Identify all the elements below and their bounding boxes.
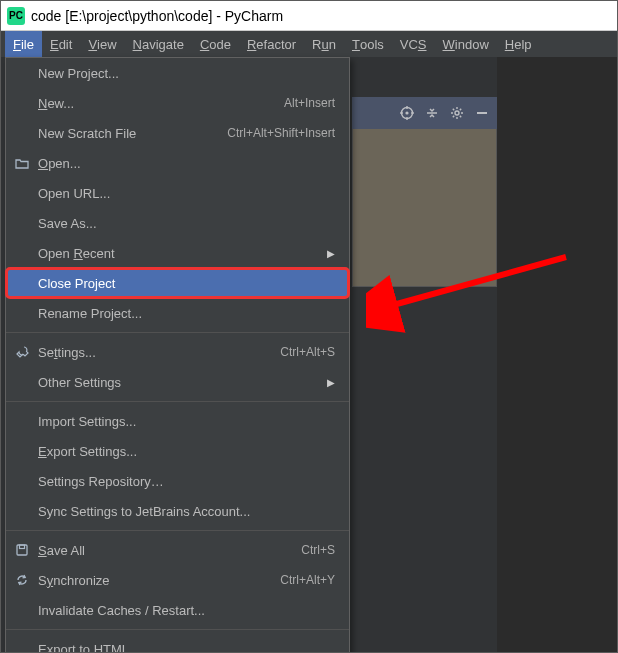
minimize-icon[interactable] xyxy=(475,106,489,120)
svg-rect-18 xyxy=(20,545,25,549)
content-area: New Project...New...Alt+InsertNew Scratc… xyxy=(1,57,617,652)
file-menu-open-recent[interactable]: Open Recent▶ xyxy=(6,238,349,268)
menu-separator xyxy=(6,332,349,333)
collapse-icon[interactable] xyxy=(425,106,439,120)
menu-label: Open URL... xyxy=(38,186,110,201)
menu-label: New... xyxy=(38,96,74,111)
menu-view[interactable]: View xyxy=(80,31,124,57)
menu-label: Save As... xyxy=(38,216,97,231)
tool-window-toolbar xyxy=(352,97,497,129)
file-menu-open[interactable]: Open... xyxy=(6,148,349,178)
svg-line-12 xyxy=(453,109,454,110)
menu-label: Import Settings... xyxy=(38,414,136,429)
menu-label: Save All xyxy=(38,543,85,558)
file-menu-new-scratch-file[interactable]: New Scratch FileCtrl+Alt+Shift+Insert xyxy=(6,118,349,148)
gear-icon[interactable] xyxy=(450,106,464,120)
menu-refactor[interactable]: Refactor xyxy=(239,31,304,57)
menu-label: Settings... xyxy=(38,345,96,360)
file-menu-dropdown: New Project...New...Alt+InsertNew Scratc… xyxy=(5,57,350,653)
submenu-arrow-icon: ▶ xyxy=(327,377,335,388)
svg-line-14 xyxy=(453,116,454,117)
svg-rect-17 xyxy=(17,545,27,555)
file-menu-export-to-html[interactable]: Export to HTML... xyxy=(6,634,349,653)
menu-shortcut: Ctrl+S xyxy=(301,543,335,557)
menu-window[interactable]: Window xyxy=(435,31,497,57)
file-menu-export-settings[interactable]: Export Settings... xyxy=(6,436,349,466)
menu-edit[interactable]: Edit xyxy=(42,31,80,57)
svg-line-15 xyxy=(460,109,461,110)
menu-label: Export to HTML... xyxy=(38,642,140,654)
menu-help[interactable]: Help xyxy=(497,31,540,57)
menu-separator xyxy=(6,530,349,531)
menu-label: Other Settings xyxy=(38,375,121,390)
svg-point-7 xyxy=(455,111,459,115)
file-menu-rename-project[interactable]: Rename Project... xyxy=(6,298,349,328)
file-menu-settings[interactable]: Settings...Ctrl+Alt+S xyxy=(6,337,349,367)
menu-shortcut: Ctrl+Alt+Shift+Insert xyxy=(227,126,335,140)
menu-label: Open... xyxy=(38,156,81,171)
menu-label: Synchronize xyxy=(38,573,110,588)
menu-label: Rename Project... xyxy=(38,306,142,321)
file-menu-settings-repository[interactable]: Settings Repository… xyxy=(6,466,349,496)
menu-file[interactable]: File xyxy=(5,31,42,57)
file-menu-save-as[interactable]: Save As... xyxy=(6,208,349,238)
file-menu-synchronize[interactable]: SynchronizeCtrl+Alt+Y xyxy=(6,565,349,595)
menu-run[interactable]: Run xyxy=(304,31,344,57)
submenu-arrow-icon: ▶ xyxy=(327,248,335,259)
file-menu-import-settings[interactable]: Import Settings... xyxy=(6,406,349,436)
file-menu-open-url[interactable]: Open URL... xyxy=(6,178,349,208)
file-menu-sync-settings-to-jetbrains-account[interactable]: Sync Settings to JetBrains Account... xyxy=(6,496,349,526)
menu-label: Sync Settings to JetBrains Account... xyxy=(38,504,250,519)
menu-label: Open Recent xyxy=(38,246,115,261)
menu-vcs[interactable]: VCS xyxy=(392,31,435,57)
file-menu-new-project[interactable]: New Project... xyxy=(6,58,349,88)
menu-shortcut: Alt+Insert xyxy=(284,96,335,110)
svg-line-13 xyxy=(460,116,461,117)
menu-label: Export Settings... xyxy=(38,444,137,459)
menu-shortcut: Ctrl+Alt+Y xyxy=(280,573,335,587)
menu-label: Invalidate Caches / Restart... xyxy=(38,603,205,618)
menu-label: New Scratch File xyxy=(38,126,136,141)
menu-separator xyxy=(6,629,349,630)
app-icon: PC xyxy=(7,7,25,25)
svg-point-1 xyxy=(405,111,408,114)
file-menu-new[interactable]: New...Alt+Insert xyxy=(6,88,349,118)
menu-separator xyxy=(6,401,349,402)
window-title-bar: PC code [E:\project\python\code] - PyCha… xyxy=(1,1,617,31)
menu-label: New Project... xyxy=(38,66,119,81)
folder-open-icon xyxy=(14,155,30,171)
wrench-icon xyxy=(14,344,30,360)
menu-code[interactable]: Code xyxy=(192,31,239,57)
file-menu-invalidate-caches-restart[interactable]: Invalidate Caches / Restart... xyxy=(6,595,349,625)
editor-right-gutter xyxy=(497,57,617,652)
menu-tools[interactable]: Tools xyxy=(344,31,392,57)
menu-bar: FileEditViewNavigateCodeRefactorRunTools… xyxy=(1,31,617,57)
target-icon[interactable] xyxy=(400,106,414,120)
file-menu-close-project[interactable]: Close Project xyxy=(6,268,349,298)
window-title: code [E:\project\python\code] - PyCharm xyxy=(31,8,283,24)
file-menu-save-all[interactable]: Save AllCtrl+S xyxy=(6,535,349,565)
sync-icon xyxy=(14,572,30,588)
menu-navigate[interactable]: Navigate xyxy=(125,31,192,57)
menu-shortcut: Ctrl+Alt+S xyxy=(280,345,335,359)
menu-label: Settings Repository… xyxy=(38,474,164,489)
save-icon xyxy=(14,542,30,558)
menu-label: Close Project xyxy=(38,276,115,291)
file-menu-other-settings[interactable]: Other Settings▶ xyxy=(6,367,349,397)
